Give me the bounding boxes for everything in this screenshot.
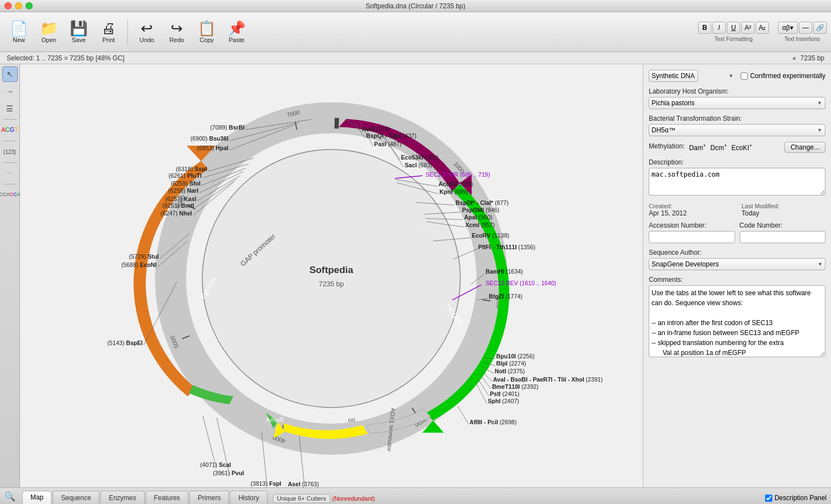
- desc-panel-checkbox[interactable]: [765, 495, 772, 502]
- svg-text:XcmI  (957): XcmI (957): [465, 222, 495, 228]
- copy-button[interactable]: 📋 Copy: [192, 19, 221, 45]
- dot-tool[interactable]: ⋯: [2, 166, 18, 181]
- selection-info: Selected: 1 .. 7235 = 7235 bp [48% GC]: [7, 54, 124, 62]
- dates-row: Created: Apr 15, 2012 Last Modified: Tod…: [649, 203, 825, 217]
- accession-input[interactable]: [649, 231, 735, 243]
- number-tool[interactable]: (123): [2, 144, 18, 160]
- open-icon: 📁: [40, 21, 58, 35]
- nonredundant-label: (Nonredundant): [332, 495, 375, 502]
- lab-host-group: Laboratory Host Organism: Pichia pastori…: [649, 88, 825, 109]
- methylation-change-button[interactable]: Change...: [784, 142, 825, 153]
- text-formatting-group: B I U A² A₂ Text Formatting: [698, 22, 769, 42]
- special-chars-button[interactable]: αβ▾: [778, 22, 798, 34]
- redo-button[interactable]: ↪ Redo: [162, 19, 191, 45]
- confirmed-experimentally-text: Confirmed experimentally: [750, 72, 825, 80]
- print-button[interactable]: 🖨 Print: [94, 19, 123, 45]
- comments-field[interactable]: Use the tabs at the lower left to see wh…: [649, 285, 825, 357]
- open-button[interactable]: 📁 Open: [34, 19, 63, 45]
- tab-primers[interactable]: Primers: [189, 491, 229, 504]
- svg-text:(4071) ScaI: (4071) ScaI: [200, 461, 231, 468]
- svg-rect-24: [335, 118, 339, 129]
- lab-host-select[interactable]: Pichia pastoris E. coli S. cerevisiae Ma…: [649, 97, 825, 109]
- dna-type-select[interactable]: Synthetic DNA Genomic DNA Plasmid PCR Pr…: [649, 70, 698, 82]
- tab-sequence[interactable]: Sequence: [53, 491, 99, 504]
- copy-label: Copy: [199, 37, 214, 43]
- arrow-tool[interactable]: →: [2, 84, 18, 99]
- svg-text:AvrII  (376): AvrII (376): [362, 126, 390, 132]
- svg-text:NotI  (2375): NotI (2375): [495, 368, 525, 374]
- tool-divider-1: [3, 119, 17, 120]
- tab-map[interactable]: Map: [22, 491, 52, 504]
- bp-count: ● 7235 bp: [792, 54, 824, 62]
- tool-divider-3: [3, 162, 17, 163]
- circular-map[interactable]: 1000 2000 3000 4000 5000 6000 7000: [20, 64, 643, 487]
- paste-button[interactable]: 📌 Paste: [222, 19, 251, 45]
- svg-text:BtgZI  (1774): BtgZI (1774): [489, 293, 522, 300]
- codon-tool[interactable]: CCACCA: [2, 187, 18, 203]
- svg-text:BlpI  (2274): BlpI (2274): [496, 360, 526, 367]
- bac-strain-select[interactable]: DH5α™ TOP10 BL21 XL1-Blue: [649, 124, 825, 136]
- svg-text:(6853) HpaI: (6853) HpaI: [197, 145, 229, 151]
- toolbar: 📄 New 📁 Open 💾 Save 🖨 Print ↩ Undo ↪ Red…: [0, 12, 831, 52]
- tab-features[interactable]: Features: [146, 491, 188, 504]
- seq-author-wrapper: SnapGene Developers Other: [649, 258, 825, 270]
- confirmed-experimentally-checkbox[interactable]: [741, 73, 748, 80]
- new-label: New: [13, 37, 25, 43]
- seq-author-select[interactable]: SnapGene Developers Other: [649, 258, 825, 270]
- svg-text:(6259) SfoI: (6259) SfoI: [171, 180, 201, 187]
- svg-text:Acc65I  (685): Acc65I (685): [438, 181, 473, 187]
- new-button[interactable]: 📄 New: [4, 19, 33, 45]
- print-label: Print: [102, 37, 115, 43]
- paste-label: Paste: [229, 37, 244, 43]
- redo-icon: ↪: [171, 21, 183, 35]
- undo-label: Undo: [140, 37, 154, 43]
- main-content: ↖ → ☰ ACGT (123) ⋯ CCACCA 10: [0, 64, 831, 487]
- seq-author-label: Sequence Author:: [649, 249, 825, 256]
- save-button[interactable]: 💾 Save: [64, 19, 93, 45]
- code-label: Code Number:: [740, 222, 826, 229]
- unique-cutters-label: Unique 6+ Cutters: [273, 494, 330, 503]
- maximize-button[interactable]: [25, 2, 33, 9]
- numbers-row: Accession Number: Code Number:: [649, 222, 825, 243]
- last-modified-value: Today: [742, 209, 826, 217]
- code-input[interactable]: [740, 231, 826, 243]
- underline-button[interactable]: U: [727, 22, 740, 34]
- undo-button[interactable]: ↩ Undo: [132, 19, 161, 45]
- link-button[interactable]: 🔗: [813, 22, 827, 34]
- created-label: Created:: [649, 203, 733, 209]
- minimize-button[interactable]: [15, 2, 22, 9]
- description-field[interactable]: mac.softpedia.com: [649, 168, 825, 196]
- svg-text:AvaI - BsoBI - PaeR7I - TliI -: AvaI - BsoBI - PaeR7I - TliI - XhoI (239…: [493, 376, 603, 383]
- close-button[interactable]: [4, 2, 12, 9]
- undo-icon: ↩: [141, 21, 153, 35]
- svg-text:(6247) NheI: (6247) NheI: [161, 210, 192, 217]
- svg-text:PasI  (487): PasI (487): [374, 141, 402, 147]
- confirmed-experimentally-label[interactable]: Confirmed experimentally: [741, 72, 825, 80]
- svg-text:AseI (3763): AseI (3763): [288, 481, 319, 487]
- subscript-button[interactable]: A₂: [756, 22, 769, 34]
- svg-text:AflIII - PciI  (2698): AflIII - PciI (2698): [470, 419, 517, 425]
- svg-text:BspQI - SapI  (437): BspQI - SapI (437): [366, 132, 417, 139]
- paste-icon: 📌: [228, 21, 245, 35]
- svg-text:BmeT110I  (2392): BmeT110I (2392): [492, 383, 538, 390]
- map-area: 1000 2000 3000 4000 5000 6000 7000: [20, 64, 643, 487]
- desc-panel-label[interactable]: Description Panel: [765, 494, 827, 502]
- search-icon[interactable]: 🔍: [4, 492, 16, 501]
- tab-history[interactable]: History: [230, 491, 267, 504]
- svg-text:ori: ori: [348, 416, 355, 423]
- svg-text:BspDI* - ClaI*  (877): BspDI* - ClaI* (877): [455, 199, 509, 206]
- svg-text:(5688) EcoNI: (5688) EcoNI: [121, 261, 157, 268]
- svg-text:(5729) StuI: (5729) StuI: [129, 253, 159, 260]
- comments-group: Comments: Use the tabs at the lower left…: [649, 276, 825, 357]
- italic-button[interactable]: I: [712, 22, 726, 34]
- superscript-button[interactable]: A²: [741, 22, 755, 34]
- save-icon: 💾: [70, 21, 88, 35]
- color-tool[interactable]: ACGT: [2, 122, 18, 138]
- text-format-buttons: B I U A² A₂: [698, 22, 769, 34]
- svg-text:SEC13.REV (1610 .. 1640): SEC13.REV (1610 .. 1640): [486, 280, 557, 286]
- dash-button[interactable]: —: [799, 22, 812, 34]
- list-tool[interactable]: ☰: [2, 101, 18, 116]
- select-tool[interactable]: ↖: [2, 66, 18, 82]
- tab-enzymes[interactable]: Enzymes: [100, 491, 144, 504]
- bold-button[interactable]: B: [698, 22, 711, 34]
